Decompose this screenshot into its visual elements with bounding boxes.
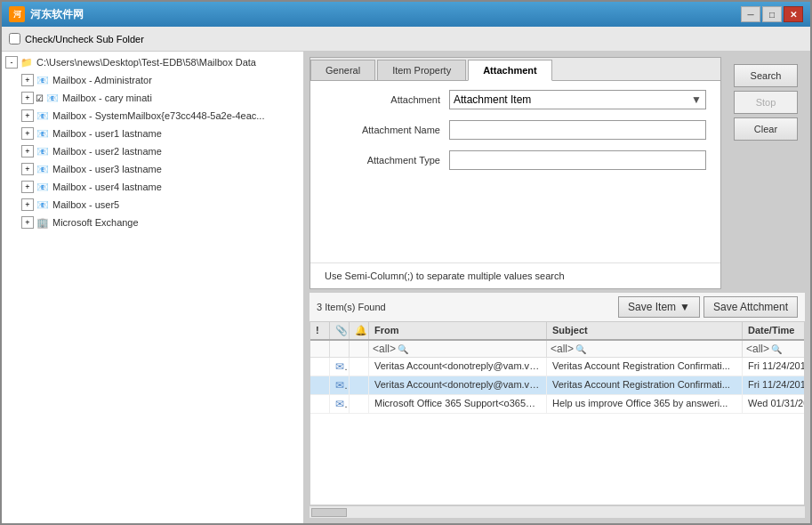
- filter-date-search-icon[interactable]: 🔍: [771, 344, 782, 354]
- cell-flag-2: [310, 376, 330, 394]
- filter-date-cell: <all> 🔍: [743, 341, 805, 357]
- table-header: ! 📎 🔔 From Subject Date/Time ITEM_DATA..…: [310, 322, 804, 341]
- content-area: - 📁 C:\Users\news\Desktop\Test-EDB\58\Ma…: [2, 52, 810, 523]
- cell-from-1: Veritas Account<donotreply@vam.verit...: [369, 358, 547, 376]
- attachment-label: Attachment: [325, 94, 440, 105]
- attachment-name-label: Attachment Name: [325, 125, 440, 135]
- results-buttons: Save Item ▼ Save Attchment: [618, 296, 798, 318]
- search-panel: General Item Property Attachment Attachm…: [310, 57, 721, 289]
- tree-item-label-9: Microsoft Exchange: [52, 217, 139, 228]
- tree-item-label-5: Mailbox - user2 lastname: [52, 146, 162, 157]
- attachment-type-input[interactable]: [449, 150, 706, 170]
- mailbox-icon-5: 📧: [36, 144, 50, 158]
- tree-expand-root[interactable]: -: [5, 56, 18, 69]
- window-controls: ─ □ ✕: [741, 6, 803, 22]
- attachment-tab-content: Attachment Attachment Item ▼ Attachment …: [310, 81, 720, 259]
- clear-button[interactable]: Clear: [734, 117, 798, 141]
- tree-item[interactable]: + 📧 Mailbox - user1 lastname: [2, 125, 303, 142]
- filter-from-search-icon[interactable]: 🔍: [398, 344, 408, 354]
- mailbox-icon-7: 📧: [36, 180, 50, 194]
- save-item-label: Save Item: [628, 301, 676, 313]
- tab-general[interactable]: General: [310, 60, 375, 80]
- table-row[interactable]: ✉ 📎 Microsoft Office 365 Support<o365@m.…: [310, 395, 804, 414]
- horizontal-scrollbar[interactable]: [310, 505, 805, 518]
- save-attachment-label: Save Attchment: [713, 301, 788, 313]
- hint-text: Use Semi-Column(;) to separate multiple …: [310, 262, 720, 288]
- tree-item-label-4: Mailbox - user1 lastname: [52, 128, 162, 139]
- filter-attach: [330, 341, 350, 357]
- col-header-priority: 🔔: [350, 322, 369, 339]
- save-attachment-button[interactable]: Save Attchment: [703, 296, 798, 318]
- cell-attach-2: ✉ 📎: [330, 376, 350, 394]
- results-status: 3 Item(s) Found: [317, 302, 386, 312]
- tree-item-label-3: Mailbox - SystemMailbox{e73cc448-5a2e-4e…: [52, 110, 264, 121]
- attachment-row: Attachment Attachment Item ▼: [325, 90, 706, 109]
- search-and-buttons: General Item Property Attachment Attachm…: [304, 52, 810, 289]
- close-button[interactable]: ✕: [784, 6, 803, 22]
- tab-attachment[interactable]: Attachment: [468, 60, 552, 81]
- tree-expand-9[interactable]: +: [21, 216, 34, 229]
- cell-attach-1: ✉ 📎: [330, 358, 350, 376]
- tree-item[interactable]: + 📧 Mailbox - Administrator: [2, 71, 303, 89]
- tab-item-property[interactable]: Item Property: [377, 60, 466, 80]
- tree-item-label-8: Mailbox - user5: [52, 199, 119, 210]
- left-panel: - 📁 C:\Users\news\Desktop\Test-EDB\58\Ma…: [2, 52, 304, 523]
- filter-date-text: <all>: [746, 343, 769, 355]
- title-bar: 河 河东软件网 ─ □ ✕: [2, 2, 810, 27]
- email-icon-2: ✉: [335, 379, 350, 392]
- tree-expand-3[interactable]: +: [21, 109, 34, 122]
- save-item-button[interactable]: Save Item ▼: [618, 296, 700, 318]
- tree-expand-1[interactable]: +: [21, 74, 34, 86]
- filter-subject-cell: <all> 🔍: [547, 341, 743, 357]
- save-item-arrow-icon: ▼: [679, 301, 690, 313]
- email-icon-1: ✉: [335, 360, 350, 373]
- maximize-button[interactable]: □: [762, 6, 782, 22]
- cell-date-3: Wed 01/31/2018 08:19 PM: [743, 395, 804, 413]
- tree-root[interactable]: - 📁 C:\Users\news\Desktop\Test-EDB\58\Ma…: [2, 53, 303, 71]
- tree-expand-8[interactable]: +: [21, 198, 34, 211]
- cell-priority-3: [350, 395, 369, 413]
- col-header-flag: !: [310, 322, 330, 339]
- tree-item[interactable]: + 📧 Mailbox - user4 lastname: [2, 178, 303, 196]
- tree-item[interactable]: + 📧 Mailbox - user5: [2, 196, 303, 214]
- app-logo: 河: [9, 6, 25, 22]
- tree-item[interactable]: + ☑ 📧 Mailbox - cary minati: [2, 89, 303, 107]
- tree-item[interactable]: + 📧 Mailbox - user2 lastname: [2, 142, 303, 160]
- attachment-type-row: Attachment Type: [325, 150, 706, 170]
- tree-expand-5[interactable]: +: [21, 145, 34, 158]
- tree-item[interactable]: + 🏢 Microsoft Exchange: [2, 214, 303, 231]
- filter-from-text: <all>: [373, 343, 396, 355]
- attachment-name-input[interactable]: [449, 120, 706, 140]
- cell-subject-1: Veritas Account Registration Confirmati.…: [547, 358, 743, 376]
- right-section: General Item Property Attachment Attachm…: [304, 52, 810, 523]
- search-button[interactable]: Search: [734, 64, 798, 87]
- results-area: 3 Item(s) Found Save Item ▼ Save Attchme…: [304, 289, 810, 523]
- tree-item-label-2: Mailbox - cary minati: [62, 93, 152, 103]
- minimize-button[interactable]: ─: [741, 6, 760, 22]
- tree-item[interactable]: + 📧 Mailbox - user3 lastname: [2, 160, 303, 178]
- mailbox-icon-8: 📧: [36, 198, 50, 212]
- tree-expand-4[interactable]: +: [21, 127, 34, 140]
- table-row[interactable]: ✉ 📎 Veritas Account<donotreply@vam.verit…: [310, 376, 804, 395]
- attachment-dropdown[interactable]: Attachment Item ▼: [449, 90, 706, 109]
- check-uncheck-checkbox[interactable]: [9, 33, 20, 44]
- window-title: 河东软件网: [30, 7, 84, 22]
- filter-from-cell: <all> 🔍: [369, 341, 547, 357]
- cell-date-2: Fri 11/24/2017 12:02 PM: [743, 376, 804, 394]
- filter-subject-search-icon[interactable]: 🔍: [575, 344, 586, 354]
- tab-bar: General Item Property Attachment: [310, 58, 720, 81]
- toolbar-label: Check/Uncheck Sub Folder: [25, 34, 144, 44]
- tree-area: - 📁 C:\Users\news\Desktop\Test-EDB\58\Ma…: [2, 52, 303, 523]
- mailbox-icon-2: 📧: [45, 91, 60, 105]
- cell-priority-2: [350, 376, 369, 394]
- tree-expand-6[interactable]: +: [21, 163, 34, 175]
- cell-subject-2: Veritas Account Registration Confirmati.…: [547, 376, 743, 394]
- table-row[interactable]: ✉ 📎 Veritas Account<donotreply@vam.verit…: [310, 358, 804, 376]
- col-header-attach: 📎: [330, 322, 350, 339]
- tree-expand-7[interactable]: +: [21, 181, 34, 193]
- stop-button[interactable]: Stop: [734, 91, 798, 114]
- results-table: ! 📎 🔔 From Subject Date/Time ITEM_DATA..…: [310, 321, 805, 505]
- tree-item[interactable]: + 📧 Mailbox - SystemMailbox{e73cc448-5a2…: [2, 107, 303, 125]
- tree-expand-2[interactable]: +: [21, 92, 34, 104]
- cell-flag-3: [310, 395, 330, 413]
